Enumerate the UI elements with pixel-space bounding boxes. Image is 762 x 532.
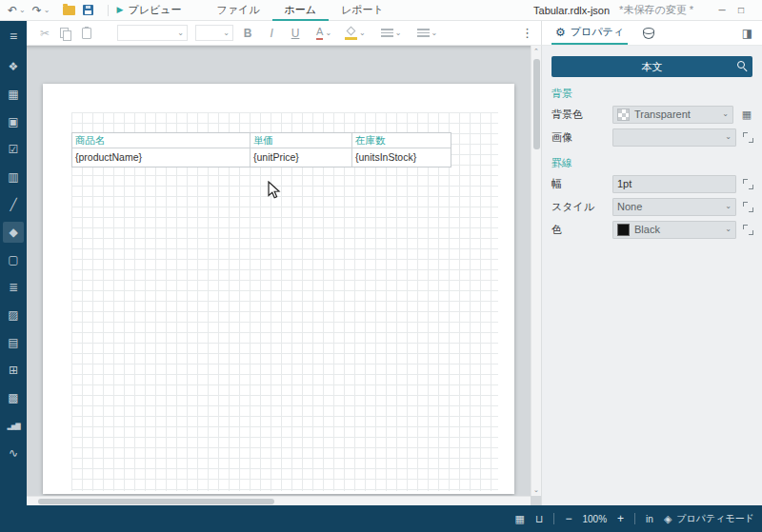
font-color-button[interactable]: A ⌄ bbox=[316, 27, 331, 40]
undo-history-caret-icon[interactable]: ⌄ bbox=[19, 7, 26, 14]
toolbox-richtext-icon[interactable]: ▨ bbox=[3, 305, 24, 325]
expand-property-icon[interactable] bbox=[742, 201, 754, 213]
minimize-button[interactable]: ─ bbox=[712, 5, 732, 15]
toolbox-shape-icon[interactable]: ❖ bbox=[3, 56, 24, 77]
right-panel-header: ⚙ プロパティ ◨ bbox=[541, 21, 762, 46]
hamburger-menu-icon[interactable]: ≡ bbox=[3, 26, 24, 47]
background-color-label: 背景色 bbox=[551, 108, 612, 122]
chevron-down-icon[interactable]: ⌄ bbox=[395, 30, 402, 37]
align-horizontal-button[interactable]: ⌄ bbox=[381, 29, 402, 37]
zoom-level[interactable]: 100% bbox=[583, 514, 608, 524]
toolbox-sparkline-icon[interactable]: ∿ bbox=[3, 443, 24, 463]
search-icon[interactable] bbox=[737, 61, 745, 69]
border-style-dropdown[interactable]: None ⌄ bbox=[612, 198, 736, 216]
chevron-down-icon[interactable]: ⌄ bbox=[325, 30, 331, 37]
align-vertical-button[interactable]: ⌄ bbox=[417, 29, 438, 37]
chevron-down-icon: ⌄ bbox=[725, 133, 732, 141]
report-table[interactable]: 商品名 単価 在庫数 {productName} {unitPrice} {un… bbox=[71, 132, 451, 167]
table-header-cell[interactable]: 単価 bbox=[251, 133, 352, 148]
image-dropdown[interactable]: ⌄ bbox=[612, 128, 736, 147]
tab-home[interactable]: ホーム bbox=[272, 0, 330, 21]
expand-property-icon[interactable] bbox=[742, 224, 754, 236]
scroll-down-icon[interactable]: ⌄ bbox=[533, 484, 539, 496]
more-options-icon[interactable]: ⋮ bbox=[521, 26, 533, 40]
fill-color-button[interactable]: ⌄ bbox=[345, 27, 366, 40]
chevron-down-icon[interactable]: ⌄ bbox=[359, 30, 366, 37]
save-icon[interactable] bbox=[83, 5, 93, 15]
table-data-cell[interactable]: {unitsInStock} bbox=[352, 148, 451, 167]
font-family-dropdown[interactable]: ⌄ bbox=[117, 25, 188, 41]
panel-layout-icon[interactable]: ◨ bbox=[742, 27, 752, 40]
fill-pattern-icon[interactable]: ▦ bbox=[739, 108, 754, 121]
bold-button[interactable]: B bbox=[238, 27, 257, 40]
border-color-dropdown[interactable]: Black ⌄ bbox=[612, 221, 736, 239]
preview-button[interactable]: ▶ プレビュー bbox=[117, 3, 182, 17]
scroll-up-icon[interactable]: ⌃ bbox=[533, 46, 539, 57]
background-color-value: Transparent bbox=[634, 108, 691, 120]
chevron-down-icon[interactable]: ⌄ bbox=[431, 30, 438, 37]
table-header-cell[interactable]: 商品名 bbox=[72, 133, 251, 148]
page-view-icon[interactable]: ⊔ bbox=[535, 514, 544, 524]
toolbox-checkbox-icon[interactable]: ☑ bbox=[3, 139, 24, 160]
table-header-cell[interactable]: 在庫数 bbox=[352, 133, 451, 148]
toolbox-sidebar: ≡ ❖ ▦ ▣ ☑ ▥ ╱ ◆ ▢ ≣ ▨ ▤ ⊞ ▩ ▂▅▇ ∿ bbox=[0, 21, 27, 505]
data-sources-icon[interactable] bbox=[643, 28, 654, 39]
toolbox-table-icon[interactable]: ⊞ bbox=[3, 360, 24, 381]
border-width-input[interactable]: 1pt bbox=[612, 175, 736, 193]
property-row-border-color: 色 Black ⌄ bbox=[551, 220, 754, 239]
tab-file[interactable]: ファイル bbox=[204, 0, 271, 21]
grid-view-icon[interactable]: ▦ bbox=[514, 514, 524, 524]
font-size-dropdown[interactable]: ⌄ bbox=[195, 25, 233, 41]
redo-history-caret-icon[interactable]: ⌄ bbox=[44, 7, 50, 14]
tab-report[interactable]: レポート bbox=[329, 0, 396, 21]
toolbox-barcode-icon[interactable]: ▥ bbox=[3, 167, 24, 187]
cut-icon[interactable]: ✂ bbox=[40, 28, 50, 39]
horizontal-scroll-thumb[interactable] bbox=[38, 499, 274, 504]
toolbar-separator bbox=[108, 5, 109, 16]
toolbox-tablix-icon[interactable]: ▦ bbox=[3, 84, 24, 105]
statusbar-separator bbox=[634, 513, 635, 524]
unit-selector[interactable]: in bbox=[646, 514, 653, 524]
property-mode-button[interactable]: ◈ プロパティモード bbox=[664, 512, 754, 525]
copy-icon[interactable] bbox=[60, 28, 71, 39]
report-page[interactable]: 商品名 単価 在庫数 {productName} {unitPrice} {un… bbox=[43, 84, 514, 494]
toolbox-textbox-icon[interactable]: ≣ bbox=[3, 277, 24, 298]
chevron-down-icon: ⌄ bbox=[725, 226, 732, 233]
expand-property-icon[interactable] bbox=[742, 178, 754, 190]
toolbox-matrix-icon[interactable]: ▩ bbox=[3, 387, 24, 408]
table-data-cell[interactable]: {productName} bbox=[72, 148, 251, 167]
design-grid bbox=[71, 112, 498, 491]
element-selector-button[interactable]: 本文 bbox=[551, 56, 752, 77]
table-data-cell[interactable]: {unitPrice} bbox=[251, 148, 352, 167]
undo-button[interactable]: ↶ ⌄ bbox=[8, 4, 26, 17]
property-row-border-style: スタイル None ⌄ bbox=[551, 197, 754, 216]
design-canvas[interactable]: 商品名 単価 在庫数 {productName} {unitPrice} {un… bbox=[27, 46, 541, 505]
toolbox-list-icon[interactable]: ▤ bbox=[3, 332, 24, 353]
italic-button[interactable]: I bbox=[262, 27, 281, 40]
maximize-button[interactable]: □ bbox=[732, 5, 751, 15]
table-data-row: {productName} {unitPrice} {unitsInStock} bbox=[72, 148, 451, 167]
zoom-in-button[interactable]: + bbox=[617, 513, 624, 524]
background-color-dropdown[interactable]: Transparent ⌄ bbox=[612, 106, 733, 124]
border-color-label: 色 bbox=[551, 223, 612, 237]
vertical-scroll-thumb[interactable] bbox=[533, 59, 540, 149]
mouse-cursor bbox=[268, 181, 281, 200]
border-color-value: Black bbox=[634, 224, 660, 235]
paint-bucket-icon bbox=[345, 27, 357, 40]
property-row-background-color: 背景色 Transparent ⌄ ▦ bbox=[551, 105, 754, 124]
toolbox-container-icon[interactable]: ▢ bbox=[3, 249, 24, 270]
toolbox-chart-icon[interactable]: ▂▅▇ bbox=[3, 415, 24, 436]
redo-button[interactable]: ↷ ⌄ bbox=[32, 4, 50, 17]
horizontal-scrollbar[interactable] bbox=[27, 496, 531, 505]
open-file-icon[interactable] bbox=[63, 6, 75, 15]
vertical-scrollbar[interactable]: ⌃ ⌄ bbox=[531, 46, 541, 496]
tab-properties[interactable]: ⚙ プロパティ bbox=[551, 21, 628, 45]
properties-panel: 本文 背景 背景色 Transparent ⌄ ▦ 画像 ⌄ 罫線 幅 1 bbox=[541, 46, 762, 505]
expand-property-icon[interactable] bbox=[742, 131, 754, 144]
toolbox-image-icon[interactable]: ▣ bbox=[3, 111, 24, 132]
underline-button[interactable]: U bbox=[286, 27, 305, 40]
paste-icon[interactable] bbox=[82, 28, 91, 39]
toolbox-ellipse-icon[interactable]: ◆ bbox=[3, 222, 24, 243]
zoom-out-button[interactable]: − bbox=[565, 513, 572, 524]
toolbox-line-icon[interactable]: ╱ bbox=[3, 194, 24, 215]
